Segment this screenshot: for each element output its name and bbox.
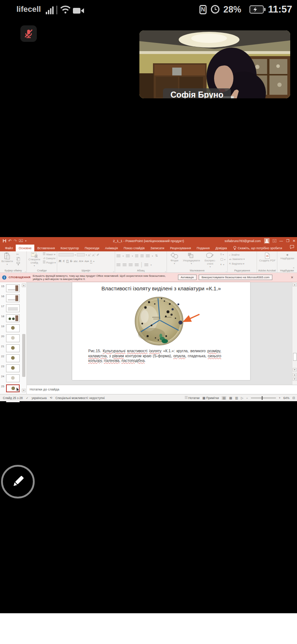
slide-thumbnail-15[interactable]: 15	[0, 284, 21, 293]
italic-button[interactable]: К	[63, 259, 65, 263]
slide-thumbnail-22[interactable]: 22	[0, 354, 21, 363]
text-direction-icon[interactable]: ⇅	[155, 254, 158, 257]
arrange-button[interactable]: Упорядкувати▾	[182, 252, 201, 265]
reset-button[interactable]: ↺ Скинути	[43, 257, 55, 260]
slide-thumb-preview[interactable]	[6, 354, 20, 362]
addins-button[interactable]: ● Надбудови	[279, 252, 296, 260]
zoom-in-icon[interactable]: +	[279, 396, 281, 400]
slide-thumbnail-21[interactable]: 21	[0, 344, 21, 353]
slide-thumbnail-19[interactable]: 19	[0, 324, 21, 333]
tab-Показ слайдів[interactable]: Показ слайдів	[121, 245, 148, 251]
comments-button[interactable]: ▦ Примітки	[202, 396, 219, 400]
shapes-button[interactable]: Фігури▾	[168, 252, 180, 265]
slide-thumbnail-23[interactable]: 23	[0, 364, 21, 373]
next-slide-icon[interactable]: ▼	[293, 377, 297, 381]
collapse-ribbon-icon[interactable]: ⌃	[292, 267, 295, 270]
zoom-slider[interactable]	[251, 398, 276, 398]
justify-icon[interactable]	[135, 261, 139, 268]
reading-view-icon[interactable]: ▥	[235, 396, 238, 400]
notes-pane[interactable]: Нотатки до слайда	[27, 385, 297, 394]
slide-thumb-preview[interactable]	[6, 374, 20, 382]
restore-button[interactable]: ❐	[286, 239, 289, 243]
zoom-out-icon[interactable]: −	[246, 396, 248, 400]
paste-button[interactable]: Вставити▾	[1, 252, 13, 265]
slide-thumbnail-pane[interactable]: 151617181920212223242526 ▲ ▼	[0, 282, 27, 394]
copy-icon[interactable]	[16, 257, 20, 261]
font-color-button[interactable]: А	[90, 259, 92, 264]
scroll-down-icon[interactable]: ▼	[22, 389, 26, 392]
slide-scroll-thumb[interactable]	[293, 353, 297, 361]
char-spacing-button[interactable]: AV▾	[79, 260, 83, 262]
thumbnail-scroll-thumb[interactable]	[22, 334, 25, 377]
clear-formatting-icon[interactable]: ✐	[96, 253, 99, 257]
normal-view-icon[interactable]: ▤	[222, 396, 226, 400]
tab-Рецензування[interactable]: Рецензування	[167, 245, 194, 251]
slide-sorter-icon[interactable]: ▦	[229, 396, 232, 400]
slide-area-scrollbar[interactable]: ▲ ▼ ▲ ▼	[292, 282, 297, 385]
shape-fill-icon[interactable]: ◊ ▾	[220, 252, 225, 256]
change-case-button[interactable]: Aa▾	[84, 260, 89, 262]
spellcheck-icon[interactable]: ✓	[26, 396, 28, 400]
account-email[interactable]: sofiabruno783@gmail.com	[224, 239, 261, 243]
numbering-icon[interactable]	[126, 252, 130, 259]
create-pdf-button[interactable]: Создать PDF	[258, 252, 276, 262]
cut-icon[interactable]: ✂	[16, 252, 20, 256]
bold-button[interactable]: Ж	[59, 259, 62, 263]
columns-icon[interactable]	[144, 261, 148, 268]
tab-Довідка[interactable]: Довідка	[213, 245, 230, 251]
text-shadow-button[interactable]: abc	[74, 260, 78, 262]
slide-thumb-preview[interactable]	[6, 324, 20, 332]
align-center-icon[interactable]	[123, 261, 127, 268]
ribbon-display-options-icon[interactable]	[273, 239, 276, 242]
notification-close-icon[interactable]: ✕	[291, 276, 295, 279]
slide-scroll-up-icon[interactable]: ▲	[293, 283, 297, 286]
format-painter-icon[interactable]	[16, 262, 20, 265]
slide-thumbnail-17[interactable]: 17	[0, 304, 21, 313]
tab-Конструктор[interactable]: Конструктор	[58, 245, 82, 251]
slide-thumb-preview[interactable]	[6, 294, 20, 302]
zoom-level[interactable]: 64%	[283, 396, 289, 400]
align-left-icon[interactable]	[117, 261, 120, 268]
tab-Записати[interactable]: Записати	[148, 245, 167, 251]
slide-caption[interactable]: Рис.15. Культуральні властивості ізоляту…	[88, 349, 221, 363]
slideshow-view-icon[interactable]: ▷	[241, 396, 243, 400]
fit-to-window-icon[interactable]: ⊡	[292, 396, 295, 400]
shape-effects-icon[interactable]: ◐ ▾	[220, 262, 225, 266]
font-name-select[interactable]	[59, 253, 74, 256]
minimize-button[interactable]: —	[279, 239, 283, 243]
zoom-slider-thumb[interactable]	[262, 396, 263, 400]
bullets-icon[interactable]	[117, 252, 120, 259]
underline-button[interactable]: П	[66, 259, 69, 263]
notes-button[interactable]: Нотатки	[185, 396, 200, 400]
font-size-select[interactable]	[77, 253, 85, 256]
line-spacing-icon[interactable]	[146, 252, 150, 259]
slide-thumb-preview[interactable]	[6, 384, 20, 392]
slide-thumb-preview[interactable]	[6, 284, 20, 292]
activate-button[interactable]: Активація	[178, 275, 197, 280]
scroll-up-icon[interactable]: ▲	[22, 284, 26, 287]
slide-scroll-down-icon[interactable]: ▼	[293, 368, 297, 372]
close-button[interactable]: ✕	[293, 239, 296, 243]
slide-thumbnail-20[interactable]: 20	[0, 334, 21, 343]
strikethrough-button[interactable]: S	[70, 259, 73, 263]
participant-video-tile[interactable]: Софія Бруно	[139, 30, 290, 98]
tab-Основне[interactable]: Основне	[16, 245, 34, 251]
slide-thumbnail-18[interactable]: 18	[0, 314, 21, 323]
grow-font-icon[interactable]: А˄	[88, 252, 91, 257]
select-button[interactable]: ⇱ Виділити ▾	[229, 262, 256, 265]
use-free-button[interactable]: Використовувати безкоштовно на Microsoft…	[199, 275, 272, 280]
section-button[interactable]: Розділ ▾	[43, 261, 55, 264]
thumbnail-pane-scrollbar[interactable]: ▲ ▼	[22, 284, 26, 393]
find-button[interactable]: ⌕ Знайти	[229, 253, 256, 256]
annotate-fab[interactable]	[1, 465, 35, 498]
comments-icon[interactable]	[290, 244, 294, 250]
language-indicator[interactable]: українська	[32, 396, 47, 400]
account-avatar[interactable]	[264, 238, 269, 244]
tab-Переходи[interactable]: Переходи	[82, 245, 102, 251]
slide-canvas[interactable]: Властивості ізоляту виділені з клавіатур…	[72, 282, 250, 380]
tab-Вставлення[interactable]: Вставлення	[34, 245, 58, 251]
tab-Файл[interactable]: Файл	[2, 245, 16, 251]
mic-muted-button[interactable]	[20, 25, 37, 42]
shape-outline-icon[interactable]: ▢ ▾	[220, 257, 225, 261]
replace-button[interactable]: ab Замінити ▾	[229, 257, 256, 261]
